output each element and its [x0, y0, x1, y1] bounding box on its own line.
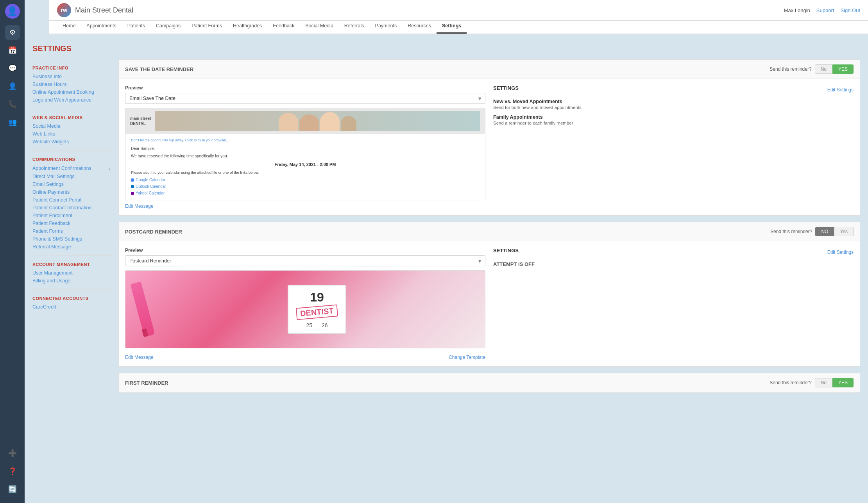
preview-select-wrapper-1: Email Save The Date Postcard Reminder ▼ — [125, 93, 485, 104]
sidebar-icon-settings[interactable]: ⚙ — [5, 25, 20, 40]
email-browser-notice: Don't let the opportunity slip away. Cli… — [131, 138, 480, 143]
nav-patient-feedback[interactable]: Patient Feedback — [32, 219, 111, 227]
nav-appointments[interactable]: Appointments — [81, 19, 122, 34]
nav-campaigns[interactable]: Campaigns — [150, 19, 186, 34]
nav-user-management[interactable]: User Management — [32, 269, 111, 277]
sidebar-icon-person[interactable]: 👤 — [5, 79, 20, 94]
nav-billing-usage[interactable]: Billing and Usage — [32, 277, 111, 285]
divider-3 — [32, 255, 111, 256]
nav-resources[interactable]: Resources — [402, 19, 437, 34]
postcard-reminder-title: POSTCARD REMINDER — [125, 229, 770, 235]
divider-2 — [32, 150, 111, 151]
main-content: SETTINGS PRACTICE INFO Business Info Bus… — [25, 0, 868, 411]
postcard-date-25: 25 — [306, 322, 312, 328]
email-logo: main streetDENTAL — [130, 116, 151, 126]
edit-settings-link-1[interactable]: Edit Settings — [827, 87, 854, 93]
edit-settings-link-2[interactable]: Edit Settings — [827, 250, 854, 255]
main-nav: Home Appointments Patients Campaigns Pat… — [49, 19, 868, 34]
divider-4 — [32, 289, 111, 290]
nav-patient-enrollment[interactable]: Patient Enrollment — [32, 212, 111, 219]
change-template-link[interactable]: Change Template — [449, 355, 485, 360]
sign-out-link[interactable]: Sign Out — [840, 7, 860, 13]
nav-home[interactable]: Home — [57, 19, 81, 34]
nav-online-appointment-booking[interactable]: Online Appointment Booking — [32, 88, 111, 96]
email-body: Don't let the opportunity slip away. Cli… — [125, 134, 485, 200]
nav-healthgrades[interactable]: Healthgrades — [227, 19, 267, 34]
setting-desc-1: Send for both new and moved appointments — [493, 105, 854, 110]
nav-web-links[interactable]: Web Links — [32, 130, 111, 138]
postcard-preview: 19 DENTIST 25 26 — [125, 270, 485, 348]
postcard-calendar: 19 DENTIST 25 26 — [288, 285, 346, 334]
postcard-toggle-yes[interactable]: Yes — [834, 227, 854, 236]
setting-title-2: Family Appointments — [493, 114, 854, 120]
header-title: Main Street Dental — [75, 6, 133, 14]
main-panel: SAVE THE DATE REMINDER Send this reminde… — [118, 59, 860, 399]
save-the-date-toggle-yes[interactable]: YES — [832, 64, 854, 74]
nav-feedback[interactable]: Feedback — [267, 19, 300, 34]
email-preview-header: main streetDENTAL — [125, 108, 485, 134]
first-reminder-title: FIRST REMINDER — [125, 380, 770, 386]
first-reminder-card: FIRST REMINDER Send this reminder? No YE… — [118, 373, 860, 393]
nav-email-settings[interactable]: Email Settings — [32, 180, 111, 188]
nav-settings[interactable]: Settings — [437, 19, 467, 34]
nav-patient-forms[interactable]: Patient Forms — [186, 19, 227, 34]
settings-section-title-2: SETTINGS — [493, 248, 519, 253]
save-the-date-header: SAVE THE DATE REMINDER Send this reminde… — [119, 60, 860, 79]
nav-patient-connect-portal[interactable]: Patient Connect Portal — [32, 196, 111, 204]
nav-carecredit[interactable]: CareCredit — [32, 303, 111, 311]
preview-select-1[interactable]: Email Save The Date Postcard Reminder — [125, 93, 485, 104]
send-reminder-label-3: Send this reminder? — [770, 380, 811, 385]
nav-direct-mail-settings[interactable]: Direct Mail Settings — [32, 173, 111, 180]
postcard-toggle-no[interactable]: NO — [815, 227, 834, 236]
avatar[interactable]: 👤 — [5, 4, 20, 19]
send-reminder-label-2: Send this reminder? — [770, 229, 812, 234]
email-greeting: Dear Sample, — [131, 146, 480, 152]
send-reminder-label-1: Send this reminder? — [770, 66, 811, 72]
section-communications: COMMUNICATIONS — [32, 157, 111, 162]
email-cal-text: Please add it to your calendar using the… — [131, 170, 480, 175]
nav-website-widgets[interactable]: Website Widgets — [32, 138, 111, 146]
nav-patient-forms[interactable]: Patient Forms — [32, 227, 111, 235]
edit-message-link-1[interactable]: Edit Message — [125, 203, 485, 209]
preview-label-2: Preview — [125, 248, 485, 253]
first-reminder-toggle-yes[interactable]: YES — [832, 378, 854, 387]
google-cal-link: Google Calendar — [131, 177, 480, 183]
save-the-date-toggle-no[interactable]: No — [815, 64, 832, 74]
header: rw Main Street Dental Max Longin Support… — [49, 0, 868, 21]
save-the-date-preview-section: Preview Email Save The Date Postcard Rem… — [125, 85, 485, 209]
section-account-management: ACCOUNT MANAGEMENT — [32, 262, 111, 267]
nav-patients[interactable]: Patients — [122, 19, 150, 34]
sidebar-icon-calendar[interactable]: 📅 — [5, 43, 20, 58]
postcard-reminder-card: POSTCARD REMINDER Send this reminder? NO… — [118, 222, 860, 367]
nav-referral-message[interactable]: Referral Message — [32, 243, 111, 251]
nav-logo-web-appearance[interactable]: Logo and Web Appearance — [32, 96, 111, 104]
first-reminder-header: FIRST REMINDER Send this reminder? No YE… — [119, 373, 860, 392]
nav-appointment-confirmations[interactable]: Appointment Confirmations › — [32, 164, 111, 173]
attempt-off-label: ATTEMPT IS OFF — [493, 261, 854, 267]
first-reminder-toggle-no[interactable]: No — [815, 378, 832, 387]
sidebar-icon-phone[interactable]: 📞 — [5, 97, 20, 112]
edit-message-link-2[interactable]: Edit Message — [125, 355, 154, 360]
header-right: Max Longin Support Sign Out — [784, 7, 860, 13]
sidebar-icon-users[interactable]: 👥 — [5, 115, 20, 130]
nav-social-media-link[interactable]: Social Media — [32, 122, 111, 130]
nav-business-hours[interactable]: Business Hours — [32, 80, 111, 88]
email-preview: main streetDENTAL — [125, 108, 485, 200]
section-practice-info: PRACTICE INFO — [32, 66, 111, 70]
nav-business-info[interactable]: Business Info — [32, 73, 111, 80]
nav-phone-sms-settings[interactable]: Phone & SMS Settings — [32, 235, 111, 243]
postcard-settings-section: SETTINGS Edit Settings ATTEMPT IS OFF — [493, 248, 854, 360]
nav-online-payments[interactable]: Online Payments — [32, 188, 111, 196]
preview-select-wrapper-2: Postcard Reminder ▼ — [125, 255, 485, 266]
save-the-date-body: Preview Email Save The Date Postcard Rem… — [119, 79, 860, 215]
email-text: We have reserved the following time spec… — [131, 153, 480, 159]
postcard-toggle: NO Yes — [815, 227, 854, 236]
nav-referrals[interactable]: Referrals — [339, 19, 370, 34]
nav-patient-contact-info[interactable]: Patient Contact Information — [32, 204, 111, 212]
nav-payments[interactable]: Payments — [370, 19, 403, 34]
preview-select-2[interactable]: Postcard Reminder — [125, 255, 485, 266]
support-link[interactable]: Support — [816, 7, 834, 13]
sidebar-icon-chat[interactable]: 💬 — [5, 61, 20, 76]
nav-social-media[interactable]: Social Media — [300, 19, 339, 34]
yahoo-cal-link: Yahoo! Calendar — [131, 190, 480, 196]
